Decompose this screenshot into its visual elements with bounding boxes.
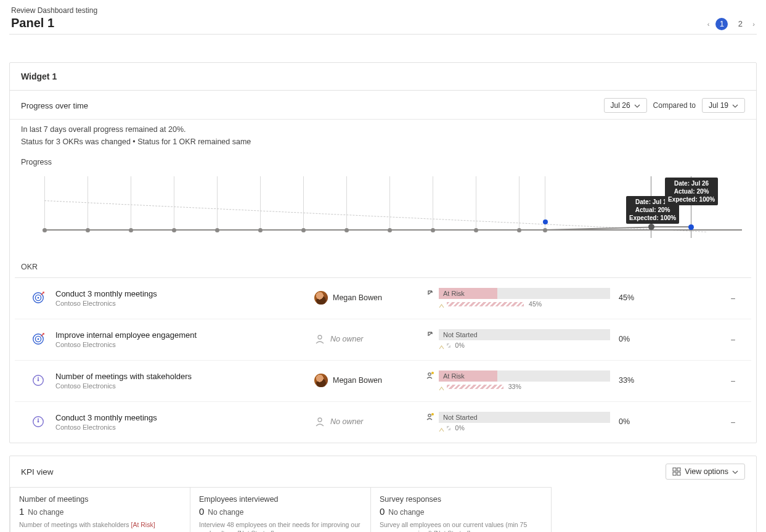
okr-org: Contoso Electronics	[55, 300, 314, 307]
pagination: ‹ 1 2 ›	[707, 18, 755, 30]
chart-endpoint	[648, 224, 654, 230]
trend-indicator: --	[720, 293, 745, 303]
okr-title: Improve internal employee engagement	[55, 330, 314, 340]
kpi-change: No change	[208, 508, 243, 517]
status-bar: At Risk	[439, 370, 610, 382]
status-label: At Risk	[443, 370, 465, 382]
kpi-value: 0	[199, 506, 204, 517]
person-pin-icon[interactable]	[425, 370, 435, 380]
avatar	[314, 291, 328, 305]
percent-value: 45%	[610, 293, 653, 302]
caret-icon	[439, 425, 444, 431]
chart-dot	[474, 228, 478, 232]
no-owner-icon	[314, 416, 325, 427]
page-number-2[interactable]: 2	[734, 18, 746, 30]
svg-point-6	[318, 335, 322, 339]
okr-row[interactable]: Conduct 3 monthly meetingsContoso Electr…	[15, 401, 751, 443]
avatar	[314, 374, 328, 387]
kpi-card[interactable]: Employees interviewed0No changeInterview…	[190, 487, 371, 532]
kpi-description: Interview 48 employees on their needs fo…	[199, 520, 362, 532]
status-bar: Not Started	[439, 329, 610, 340]
grid-icon	[672, 467, 681, 476]
widget-1: Widget 1 Progress over time Jul 26 Compa…	[9, 62, 757, 443]
breadcrumb[interactable]: Review Dashboard testing	[11, 6, 97, 15]
caret-icon	[439, 343, 444, 348]
kpi-card-title: Employees interviewed	[199, 495, 362, 504]
chart-dot	[129, 228, 133, 232]
page-title: Panel 1	[11, 16, 97, 30]
gauge-icon	[31, 415, 45, 428]
kpi-card-title: Number of meetings	[19, 495, 181, 504]
owner-name: Megan Bowen	[333, 376, 382, 385]
target-icon	[31, 291, 45, 305]
date-compare-dropdown[interactable]: Jul 19	[702, 98, 745, 113]
status-cell: Not Started0%	[425, 412, 610, 432]
header: Review Dashboard testing Panel 1 ‹ 1 2 ›	[9, 6, 757, 35]
okr-row[interactable]: Improve internal employee engagementCont…	[15, 319, 751, 360]
chart-endpoint-blue	[688, 224, 694, 230]
person-pin-icon[interactable]	[425, 412, 435, 422]
svg-point-10	[431, 372, 434, 374]
okr-section-label: OKR	[10, 250, 756, 277]
no-owner-icon	[314, 334, 325, 345]
kpi-change: No change	[28, 508, 63, 517]
under-hatch	[447, 385, 503, 389]
chart-point	[543, 219, 548, 224]
svg-point-5	[38, 338, 39, 340]
percent-value: 33%	[610, 376, 653, 385]
okr-title: Conduct 3 monthly meetings	[55, 289, 314, 298]
kpi-status-tag: [Not Started]	[237, 530, 274, 532]
status-cell: Not Started0%	[425, 329, 610, 349]
page-prev-icon[interactable]: ‹	[707, 20, 710, 28]
kpi-value: 0	[380, 506, 385, 517]
status-label: Not Started	[443, 412, 478, 423]
okr-org: Contoso Electronics	[55, 341, 314, 348]
owner-cell: Megan Bowen	[314, 374, 425, 387]
caret-icon	[439, 384, 444, 390]
kpi-view-widget: KPI view View options Number of meetings…	[9, 456, 757, 532]
chart-dot	[172, 228, 176, 232]
page-number-1[interactable]: 1	[715, 18, 728, 30]
svg-point-14	[428, 414, 431, 417]
percent-value: 0%	[610, 417, 653, 426]
chart-gridline	[389, 176, 390, 231]
okr-row[interactable]: Conduct 3 monthly meetingsContoso Electr…	[15, 277, 751, 319]
svg-point-13	[318, 418, 322, 422]
chart-dot	[86, 228, 90, 232]
chart-dot	[215, 228, 219, 232]
svg-rect-18	[673, 472, 676, 475]
chart-dot	[388, 228, 392, 232]
page-next-icon[interactable]: ›	[752, 20, 755, 28]
link-out-icon[interactable]	[425, 288, 435, 298]
svg-point-9	[428, 373, 431, 375]
status-bar: Not Started	[439, 412, 610, 423]
pot-title: Progress over time	[21, 101, 88, 110]
under-percent: 33%	[508, 383, 521, 390]
link-out-icon[interactable]	[425, 329, 435, 339]
status-label: At Risk	[443, 288, 465, 299]
chevron-down-icon	[732, 102, 738, 108]
trend-indicator: --	[720, 417, 745, 427]
trend-indicator: --	[720, 335, 745, 344]
chart-dot	[517, 228, 521, 232]
kpi-card[interactable]: Survey responses0No changeSurvey all emp…	[371, 487, 552, 532]
widget-title: Widget 1	[10, 63, 756, 91]
gauge-icon	[31, 374, 45, 387]
progress-label: Progress	[10, 148, 756, 166]
kpi-description: Survey all employees on our current valu…	[380, 520, 542, 532]
chart-tooltip-jul26: Date: Jul 26 Actual: 20% Expected: 100%	[665, 178, 718, 205]
okr-row[interactable]: Number of meetings with stakeholdersCont…	[15, 360, 751, 401]
svg-point-12	[38, 421, 39, 423]
status-cell: At Risk45%	[425, 288, 610, 308]
chart-gridline	[346, 176, 347, 231]
chart-dot	[43, 228, 47, 232]
summary-line-2: Status for 3 OKRs was changed • Status f…	[21, 136, 745, 148]
chart-dot	[344, 228, 349, 232]
chart-dot	[431, 228, 435, 232]
owner-name: Megan Bowen	[333, 293, 382, 302]
percent-value: 0%	[610, 335, 653, 343]
view-options-dropdown[interactable]: View options	[666, 464, 745, 480]
kpi-title: KPI view	[21, 467, 54, 477]
kpi-card[interactable]: Number of meetings1No changeNumber of me…	[10, 487, 190, 532]
date-current-dropdown[interactable]: Jul 26	[604, 98, 647, 113]
